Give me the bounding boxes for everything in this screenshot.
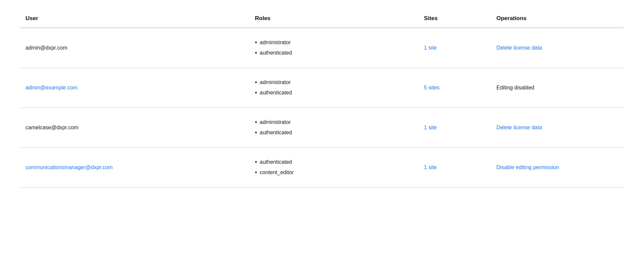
table-row: admin@example.comadministratorauthentica… bbox=[20, 68, 624, 108]
roles-list: administratorauthenticated bbox=[255, 117, 413, 138]
role-item: administrator bbox=[255, 77, 413, 88]
sites-cell: 5 sites bbox=[419, 68, 491, 108]
column-header-operations: Operations bbox=[491, 10, 624, 28]
roles-list: authenticatedcontent_editor bbox=[255, 157, 413, 178]
user-email-text: admin@dxpr.com bbox=[25, 45, 67, 51]
operation-link[interactable]: Disable editing permission bbox=[496, 164, 559, 170]
table-row: camelcase@dxpr.comadministratorauthentic… bbox=[20, 108, 624, 147]
user-cell: camelcase@dxpr.com bbox=[20, 108, 250, 147]
user-email-link[interactable]: admin@example.com bbox=[25, 85, 77, 90]
roles-cell: administratorauthenticated bbox=[250, 108, 419, 147]
role-item: authenticated bbox=[255, 128, 413, 138]
role-item: authenticated bbox=[255, 48, 413, 58]
user-email-text: camelcase@dxpr.com bbox=[25, 125, 78, 130]
column-header-sites: Sites bbox=[419, 10, 491, 28]
role-item: content_editor bbox=[255, 167, 413, 178]
table-row: admin@dxpr.comadministratorauthenticated… bbox=[20, 28, 624, 68]
operations-cell: Disable editing permission bbox=[491, 147, 624, 187]
table-header: User Roles Sites Operations bbox=[20, 10, 624, 28]
role-item: administrator bbox=[255, 117, 413, 128]
operation-link[interactable]: Delete license data bbox=[496, 45, 542, 51]
roles-list: administratorauthenticated bbox=[255, 77, 413, 98]
operations-cell: Delete license data bbox=[491, 108, 624, 147]
roles-cell: administratorauthenticated bbox=[250, 68, 419, 108]
table-body: admin@dxpr.comadministratorauthenticated… bbox=[20, 28, 624, 188]
sites-link[interactable]: 5 sites bbox=[424, 85, 439, 90]
users-table: User Roles Sites Operations admin@dxpr.c… bbox=[20, 10, 624, 188]
operations-cell: Delete license data bbox=[491, 28, 624, 68]
sites-link[interactable]: 1 site bbox=[424, 45, 437, 51]
role-item: authenticated bbox=[255, 157, 413, 167]
table-row: communicationsmanager@dxpr.comauthentica… bbox=[20, 147, 624, 187]
user-cell: admin@dxpr.com bbox=[20, 28, 250, 68]
user-cell: admin@example.com bbox=[20, 68, 250, 108]
operation-text: Editing disabled bbox=[496, 85, 534, 90]
sites-link[interactable]: 1 site bbox=[424, 125, 437, 130]
column-header-user: User bbox=[20, 10, 250, 28]
sites-cell: 1 site bbox=[419, 147, 491, 187]
role-item: administrator bbox=[255, 38, 413, 48]
sites-cell: 1 site bbox=[419, 28, 491, 68]
role-item: authenticated bbox=[255, 88, 413, 98]
roles-list: administratorauthenticated bbox=[255, 38, 413, 58]
sites-link[interactable]: 1 site bbox=[424, 164, 437, 170]
user-cell: communicationsmanager@dxpr.com bbox=[20, 147, 250, 187]
user-email-link[interactable]: communicationsmanager@dxpr.com bbox=[25, 164, 113, 170]
column-header-roles: Roles bbox=[250, 10, 419, 28]
operations-cell: Editing disabled bbox=[491, 68, 624, 108]
roles-cell: administratorauthenticated bbox=[250, 28, 419, 68]
operation-link[interactable]: Delete license data bbox=[496, 125, 542, 130]
roles-cell: authenticatedcontent_editor bbox=[250, 147, 419, 187]
sites-cell: 1 site bbox=[419, 108, 491, 147]
users-table-container: User Roles Sites Operations admin@dxpr.c… bbox=[0, 0, 644, 277]
